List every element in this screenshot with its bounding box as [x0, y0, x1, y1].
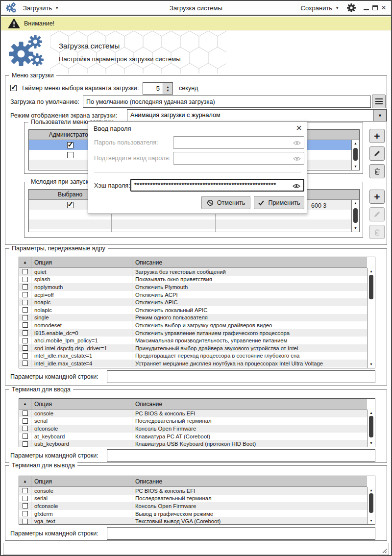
row-checkbox[interactable]: [23, 338, 28, 343]
table-row[interactable]: nomodesetОтключить выбор и загрузку ядро…: [19, 321, 367, 329]
table-row[interactable]: consolePC BIOS & консоль EFI: [19, 410, 367, 417]
table-row[interactable]: intel_idle.max_cstate=4Устраняет мерцани…: [19, 360, 367, 367]
table-row[interactable]: i915.enable_dc=0Отключить управление пит…: [19, 329, 367, 337]
row-checkbox-cell[interactable]: [19, 291, 31, 299]
table-row[interactable]: ofconsoleКонсоль Open Firmware: [19, 425, 367, 433]
table-row[interactable]: quietЗагрузка без текстовых сообщений: [19, 268, 367, 276]
row-checkbox-cell[interactable]: [19, 283, 31, 291]
row-checkbox[interactable]: [23, 434, 28, 439]
table-row[interactable]: [29, 229, 359, 232]
scroll-down-icon[interactable]: ▼: [352, 164, 359, 169]
eye-icon[interactable]: [293, 184, 300, 189]
spinner-up-icon[interactable]: ▲: [166, 85, 170, 89]
sort-arrow-icon[interactable]: ▲: [23, 402, 27, 406]
table-row[interactable]: usb_keyboardКлавиатура USB Keyboard (про…: [19, 440, 367, 447]
vertical-scrollbar[interactable]: ▲ ▼: [367, 410, 375, 447]
table-row[interactable]: gfxtermВывод в графическом режиме: [19, 510, 367, 518]
row-checkbox-cell[interactable]: [19, 276, 31, 284]
row-checkbox-cell[interactable]: [19, 510, 31, 518]
row-checkbox[interactable]: [23, 292, 28, 297]
table-row[interactable]: splashПоказывать окно приветствия: [19, 276, 367, 284]
default-boot-input[interactable]: [83, 96, 371, 108]
close-icon[interactable]: ✕: [296, 123, 302, 133]
scroll-down-icon[interactable]: ▼: [368, 440, 375, 446]
row-checkbox[interactable]: [23, 411, 28, 416]
table-header[interactable]: ▲ Опция Описание: [19, 257, 367, 268]
default-boot-menu-button[interactable]: [372, 95, 386, 108]
table-row[interactable]: singleРежим одного пользователя: [19, 314, 367, 322]
table-row[interactable]: noapicОтключить APIC: [19, 298, 367, 306]
row-checkbox-cell[interactable]: [19, 440, 31, 447]
row-checkbox-cell[interactable]: [19, 487, 31, 495]
display-mode-select[interactable]: Анимация загрузки с журналом ▼: [127, 109, 387, 121]
table-row[interactable]: consolePC BIOS & консоль EFI: [19, 487, 367, 495]
table-row[interactable]: noplymouthОтключить Plymouth: [19, 283, 367, 291]
terminal-input-table[interactable]: ▲ Опция Описание consolePC BIOS & консол…: [19, 398, 375, 447]
row-checkbox-cell[interactable]: [19, 417, 31, 425]
row-checkbox[interactable]: [23, 269, 28, 274]
confirm-password-input[interactable]: [173, 152, 304, 164]
table-row[interactable]: serialПоследовательный терминал: [19, 417, 367, 425]
add-melody-button[interactable]: +: [369, 190, 385, 204]
row-checkbox[interactable]: [23, 315, 28, 320]
scroll-up-icon[interactable]: ▲: [368, 410, 375, 416]
timer-checkbox[interactable]: [10, 85, 17, 91]
edit-melody-button[interactable]: [369, 207, 385, 221]
column-header-description[interactable]: Описание: [132, 399, 367, 409]
column-header-option[interactable]: Опция: [31, 257, 132, 267]
spinner-arrows[interactable]: ▲▼: [163, 83, 172, 94]
sort-arrow-icon[interactable]: ▲: [23, 479, 27, 483]
cancel-button[interactable]: Отменить: [201, 196, 250, 209]
scroll-down-icon[interactable]: ▼: [368, 362, 375, 367]
row-checkbox-cell[interactable]: [19, 425, 31, 433]
row-checkbox-cell[interactable]: [19, 410, 31, 417]
column-header-description[interactable]: Описание: [132, 476, 367, 486]
table-row[interactable]: vga_textТекстовый вывод VGA (Coreboot): [19, 517, 367, 524]
scroll-down-icon[interactable]: ▼: [352, 225, 359, 231]
maximize-button[interactable]: [372, 5, 378, 10]
row-checkbox[interactable]: [23, 496, 28, 501]
row-checkbox[interactable]: [23, 441, 28, 447]
row-checkbox-cell[interactable]: [19, 298, 31, 306]
table-row[interactable]: acpi=offОтключить ACPI: [19, 291, 367, 299]
row-checkbox-cell[interactable]: [19, 502, 31, 510]
save-menu-button[interactable]: Сохранить ▼: [298, 2, 343, 14]
edit-user-button[interactable]: [369, 146, 385, 161]
eye-icon[interactable]: [293, 141, 301, 145]
column-header-option[interactable]: Опция: [31, 476, 132, 486]
terminal-input-cmdline-input[interactable]: [107, 449, 375, 462]
load-menu-button[interactable]: Загрузить ▼: [20, 2, 62, 14]
confirm-password-field[interactable]: [173, 152, 304, 165]
delete-melody-button[interactable]: [369, 225, 385, 239]
delete-user-button[interactable]: [369, 164, 385, 178]
scrollbar-thumb[interactable]: [369, 275, 373, 299]
row-checkbox[interactable]: [67, 152, 74, 158]
vertical-scrollbar[interactable]: ▲ ▼: [367, 487, 375, 524]
table-row[interactable]: intel_idle.max_cstate=1Предотвращает пер…: [19, 352, 367, 360]
table-header[interactable]: ▲ Опция Описание: [19, 476, 367, 487]
vertical-scrollbar[interactable]: ▲ ▼: [351, 200, 359, 232]
dropdown-arrow-icon[interactable]: ▼: [373, 110, 386, 121]
password-input[interactable]: [173, 137, 304, 148]
column-header-description[interactable]: Описание: [132, 257, 367, 267]
kernel-cmdline-input[interactable]: [107, 370, 375, 383]
row-checkbox-cell[interactable]: [19, 517, 31, 524]
scroll-up-icon[interactable]: ▲: [368, 268, 375, 274]
vertical-scrollbar[interactable]: ▲ ▼: [351, 140, 359, 170]
resize-grip[interactable]: [381, 547, 387, 553]
row-checkbox[interactable]: [23, 322, 28, 328]
sort-arrow-icon[interactable]: ▲: [23, 260, 27, 265]
scrollbar-thumb[interactable]: [353, 208, 358, 223]
row-checkbox-cell[interactable]: [19, 360, 31, 367]
table-header[interactable]: ▲ Опция Описание: [19, 399, 367, 410]
scroll-up-icon[interactable]: ▲: [368, 487, 375, 493]
row-checkbox-cell[interactable]: [19, 344, 31, 352]
row-checkbox[interactable]: [23, 277, 28, 282]
row-checkbox-cell[interactable]: [19, 306, 31, 314]
row-checkbox[interactable]: [23, 418, 28, 424]
row-checkbox[interactable]: [67, 202, 74, 208]
table-row[interactable]: ofconsoleКонсоль Open Firmware: [19, 502, 367, 510]
scrollbar-thumb[interactable]: [369, 416, 373, 437]
kernel-params-table[interactable]: ▲ Опция Описание quietЗагрузка без текст…: [19, 257, 375, 368]
row-checkbox[interactable]: [23, 511, 28, 516]
